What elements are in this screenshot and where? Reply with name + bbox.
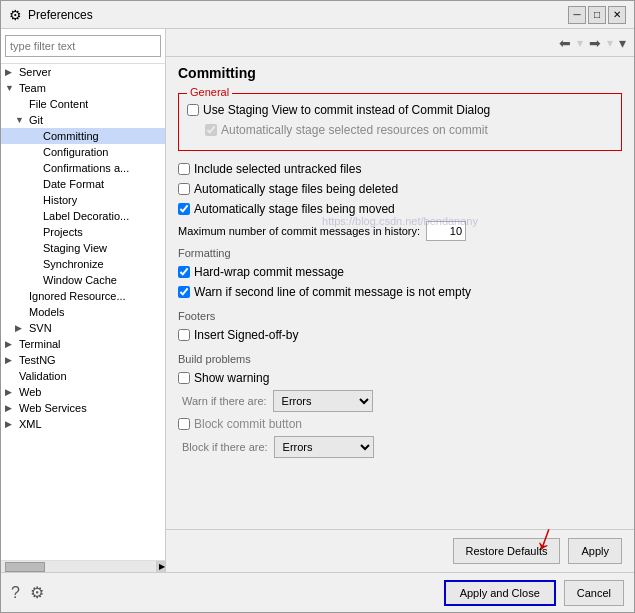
hard-wrap-label: Hard-wrap commit message bbox=[194, 265, 344, 279]
auto-stage-moved-checkbox[interactable] bbox=[178, 203, 190, 215]
warn-if-label: Warn if there are: bbox=[182, 395, 267, 407]
maximize-button[interactable]: □ bbox=[588, 6, 606, 24]
include-untracked-row: Include selected untracked files bbox=[178, 161, 622, 177]
sidebar-item-label: Projects bbox=[43, 226, 83, 238]
help-icon[interactable]: ? bbox=[11, 584, 20, 602]
footers-section: Footers Insert Signed-off-by bbox=[178, 310, 622, 343]
include-untracked-checkbox[interactable] bbox=[178, 163, 190, 175]
build-problems-label: Build problems bbox=[178, 353, 622, 365]
sidebar-item-label: Committing bbox=[43, 130, 99, 142]
sidebar-item-terminal[interactable]: ▶ Terminal bbox=[1, 336, 165, 352]
use-staging-view-label: Use Staging View to commit instead of Co… bbox=[203, 103, 490, 117]
arrow-icon: ▶ bbox=[5, 403, 19, 413]
back-button[interactable]: ⬅ bbox=[555, 33, 575, 53]
arrow-icon: ▶ bbox=[5, 387, 19, 397]
block-if-label: Block if there are: bbox=[182, 441, 268, 453]
arrow-icon: ▶ bbox=[5, 339, 19, 349]
sidebar-item-window-cache[interactable]: Window Cache bbox=[1, 272, 165, 288]
sidebar-item-git[interactable]: ▼ Git bbox=[1, 112, 165, 128]
preferences-window: ⚙ Preferences ─ □ ✕ ▶ Server ▼ Team bbox=[0, 0, 635, 613]
auto-stage-selected-checkbox bbox=[205, 124, 217, 136]
auto-stage-selected-row: Automatically stage selected resources o… bbox=[187, 122, 613, 138]
sidebar-item-file-content[interactable]: File Content bbox=[1, 96, 165, 112]
sidebar-item-validation[interactable]: Validation bbox=[1, 368, 165, 384]
sidebar: ▶ Server ▼ Team File Content ▼ Git bbox=[1, 29, 166, 572]
sidebar-scrollbar[interactable]: ▶ bbox=[1, 560, 165, 572]
sidebar-item-label: Validation bbox=[19, 370, 67, 382]
formatting-label: Formatting bbox=[178, 247, 622, 259]
panel-toolbar: ⬅ ▾ ➡ ▾ ▾ bbox=[166, 29, 634, 57]
settings-icon[interactable]: ⚙ bbox=[30, 583, 44, 602]
sidebar-item-label-decoration[interactable]: Label Decoratio... bbox=[1, 208, 165, 224]
right-panel: ⬅ ▾ ➡ ▾ ▾ Committing https://blog.csdn.n… bbox=[166, 29, 634, 572]
sidebar-item-testng[interactable]: ▶ TestNG bbox=[1, 352, 165, 368]
max-messages-input[interactable] bbox=[426, 221, 466, 241]
hard-wrap-checkbox[interactable] bbox=[178, 266, 190, 278]
sidebar-item-label: Web Services bbox=[19, 402, 87, 414]
sidebar-item-history[interactable]: History bbox=[1, 192, 165, 208]
tree-container: ▶ Server ▼ Team File Content ▼ Git bbox=[1, 64, 165, 560]
show-warning-row: Show warning bbox=[178, 370, 622, 386]
sidebar-item-xml[interactable]: ▶ XML bbox=[1, 416, 165, 432]
sidebar-item-date-format[interactable]: Date Format bbox=[1, 176, 165, 192]
block-commit-label: Block commit button bbox=[194, 417, 302, 431]
warn-errors-select[interactable]: Errors Warnings Infos bbox=[273, 390, 373, 412]
sidebar-item-committing[interactable]: Committing bbox=[1, 128, 165, 144]
restore-defaults-button[interactable]: Restore Defaults bbox=[453, 538, 561, 564]
sidebar-item-synchronize[interactable]: Synchronize bbox=[1, 256, 165, 272]
sidebar-item-label: Staging View bbox=[43, 242, 107, 254]
window-title: Preferences bbox=[28, 8, 93, 22]
sidebar-item-projects[interactable]: Projects bbox=[1, 224, 165, 240]
block-if-row: Block if there are: Errors Warnings Info… bbox=[178, 436, 622, 458]
auto-stage-deleted-checkbox[interactable] bbox=[178, 183, 190, 195]
window-icon: ⚙ bbox=[9, 7, 22, 23]
sidebar-item-staging-view[interactable]: Staging View bbox=[1, 240, 165, 256]
search-input[interactable] bbox=[5, 35, 161, 57]
sidebar-item-configuration[interactable]: Configuration bbox=[1, 144, 165, 160]
apply-and-close-button[interactable]: Apply and Close bbox=[444, 580, 556, 606]
sidebar-item-svn[interactable]: ▶ SVN bbox=[1, 320, 165, 336]
sidebar-item-label: Models bbox=[29, 306, 64, 318]
sidebar-item-web[interactable]: ▶ Web bbox=[1, 384, 165, 400]
block-commit-checkbox[interactable] bbox=[178, 418, 190, 430]
show-warning-checkbox[interactable] bbox=[178, 372, 190, 384]
sidebar-item-label: Server bbox=[19, 66, 51, 78]
close-button[interactable]: ✕ bbox=[608, 6, 626, 24]
apply-button[interactable]: Apply bbox=[568, 538, 622, 564]
auto-stage-deleted-row: Automatically stage files being deleted bbox=[178, 181, 622, 197]
minimize-button[interactable]: ─ bbox=[568, 6, 586, 24]
build-problems-section: Build problems Show warning Warn if ther… bbox=[178, 353, 622, 458]
panel-body: https://blog.csdn.net/bendanany General … bbox=[166, 85, 634, 529]
auto-stage-moved-label: Automatically stage files being moved bbox=[194, 202, 395, 216]
sidebar-item-label: XML bbox=[19, 418, 42, 430]
use-staging-view-checkbox[interactable] bbox=[187, 104, 199, 116]
signed-off-label: Insert Signed-off-by bbox=[194, 328, 299, 342]
sidebar-item-web-services[interactable]: ▶ Web Services bbox=[1, 400, 165, 416]
forward-button[interactable]: ➡ bbox=[585, 33, 605, 53]
signed-off-checkbox[interactable] bbox=[178, 329, 190, 341]
title-bar-controls: ─ □ ✕ bbox=[568, 6, 626, 24]
include-untracked-label: Include selected untracked files bbox=[194, 162, 361, 176]
arrow-icon: ▶ bbox=[5, 419, 19, 429]
show-warning-label: Show warning bbox=[194, 371, 269, 385]
warn-second-line-label: Warn if second line of commit message is… bbox=[194, 285, 471, 299]
sidebar-item-label: Date Format bbox=[43, 178, 104, 190]
menu-button[interactable]: ▾ bbox=[615, 33, 630, 53]
general-section: General Use Staging View to commit inste… bbox=[178, 93, 622, 151]
auto-stage-moved-row: Automatically stage files being moved bbox=[178, 201, 622, 217]
cancel-button[interactable]: Cancel bbox=[564, 580, 624, 606]
sidebar-item-label: File Content bbox=[29, 98, 88, 110]
sidebar-item-label: Window Cache bbox=[43, 274, 117, 286]
block-errors-select[interactable]: Errors Warnings Infos bbox=[274, 436, 374, 458]
block-commit-row: Block commit button bbox=[178, 416, 622, 432]
sidebar-item-confirmations[interactable]: Confirmations a... bbox=[1, 160, 165, 176]
warn-second-line-checkbox[interactable] bbox=[178, 286, 190, 298]
sidebar-item-ignored-resource[interactable]: Ignored Resource... bbox=[1, 288, 165, 304]
max-messages-row: Maximum number of commit messages in his… bbox=[178, 221, 622, 241]
sidebar-item-team[interactable]: ▼ Team bbox=[1, 80, 165, 96]
sidebar-item-label: Ignored Resource... bbox=[29, 290, 126, 302]
bottom-bar: Restore Defaults Apply bbox=[166, 529, 634, 572]
sidebar-item-models[interactable]: Models bbox=[1, 304, 165, 320]
arrow-icon: ▼ bbox=[5, 83, 19, 93]
sidebar-item-server[interactable]: ▶ Server bbox=[1, 64, 165, 80]
